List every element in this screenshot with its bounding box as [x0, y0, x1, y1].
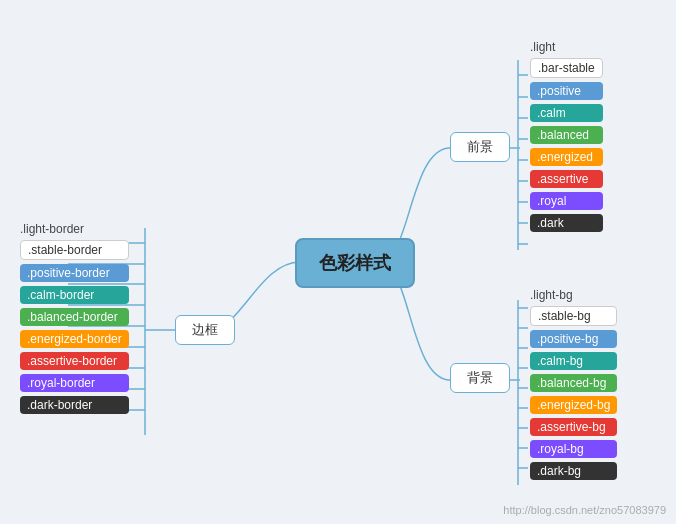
bg-item-3: .balanced-bg [530, 374, 617, 392]
border-column: .light-border .stable-border .positive-b… [20, 222, 129, 414]
center-node: 色彩样式 [295, 238, 415, 288]
bg-item-1: .positive-bg [530, 330, 617, 348]
bg-item-7: .dark-bg [530, 462, 617, 480]
fg-item-3: .balanced [530, 126, 603, 144]
background-label: 背景 [467, 369, 493, 387]
bd-top-label: .light-border [20, 222, 129, 236]
bd-item-0: .stable-border [20, 240, 129, 260]
bd-item-7: .dark-border [20, 396, 129, 414]
bg-top-label: .light-bg [530, 288, 617, 302]
fg-item-6: .royal [530, 192, 603, 210]
bg-item-5: .assertive-bg [530, 418, 617, 436]
watermark: http://blog.csdn.net/zno57083979 [503, 504, 666, 516]
fg-top-label: .light [530, 40, 603, 54]
bg-item-0: .stable-bg [530, 306, 617, 326]
foreground-label: 前景 [467, 138, 493, 156]
bd-item-6: .royal-border [20, 374, 129, 392]
fg-item-5: .assertive [530, 170, 603, 188]
fg-item-7: .dark [530, 214, 603, 232]
bd-item-4: .energized-border [20, 330, 129, 348]
bd-item-5: .assertive-border [20, 352, 129, 370]
bg-item-6: .royal-bg [530, 440, 617, 458]
bg-item-4: .energized-bg [530, 396, 617, 414]
foreground-column: .light .bar-stable .positive .calm .bala… [530, 40, 603, 232]
background-node: 背景 [450, 363, 510, 393]
bg-item-2: .calm-bg [530, 352, 617, 370]
border-node: 边框 [175, 315, 235, 345]
fg-item-0: .bar-stable [530, 58, 603, 78]
center-label: 色彩样式 [319, 251, 391, 275]
fg-item-2: .calm [530, 104, 603, 122]
bd-item-2: .calm-border [20, 286, 129, 304]
fg-item-1: .positive [530, 82, 603, 100]
bd-item-3: .balanced-border [20, 308, 129, 326]
border-label: 边框 [192, 321, 218, 339]
bd-item-1: .positive-border [20, 264, 129, 282]
background-column: .light-bg .stable-bg .positive-bg .calm-… [530, 288, 617, 480]
fg-item-4: .energized [530, 148, 603, 166]
foreground-node: 前景 [450, 132, 510, 162]
